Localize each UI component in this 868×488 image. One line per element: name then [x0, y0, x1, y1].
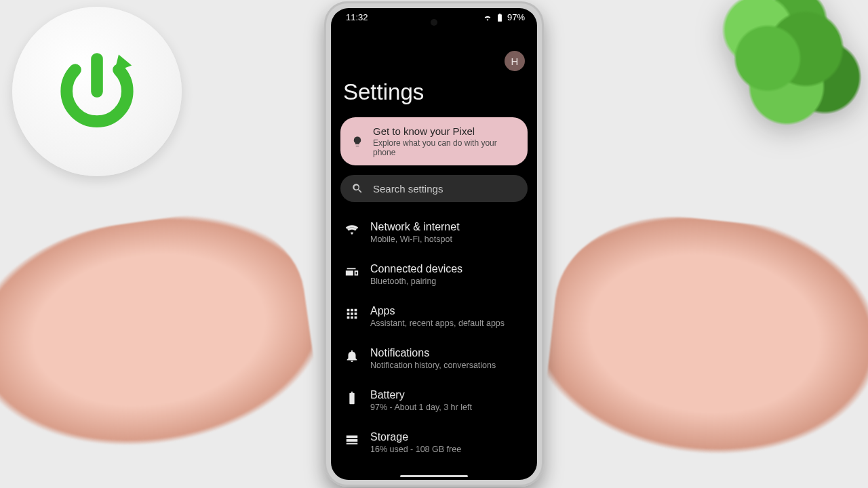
item-notifications[interactable]: Notifications Notification history, conv…: [334, 338, 534, 380]
front-camera-hole: [431, 19, 437, 26]
left-hand: [0, 201, 329, 488]
devices-icon: [344, 264, 359, 279]
item-apps[interactable]: Apps Assistant, recent apps, default app…: [334, 296, 534, 338]
wifi-icon: [344, 222, 359, 237]
profile-avatar[interactable]: H: [505, 51, 525, 71]
promo-subtitle: Explore what you can do with your phone: [373, 138, 517, 157]
item-connected-devices[interactable]: Connected devices Bluetooth, pairing: [334, 253, 534, 296]
phone-screen: 11:32 97% H Settings Get to know your Pi…: [331, 8, 537, 480]
wifi-icon: [483, 13, 492, 22]
bell-icon: [344, 348, 359, 363]
battery-icon: [495, 13, 505, 22]
search-icon: [351, 182, 363, 195]
item-battery[interactable]: Battery 97% - About 1 day, 3 hr left: [334, 380, 534, 422]
item-subtitle: Mobile, Wi-Fi, hotspot: [370, 235, 460, 244]
item-subtitle: 97% - About 1 day, 3 hr left: [370, 403, 472, 412]
table-logo-disc: [12, 7, 182, 176]
search-settings[interactable]: Search settings: [340, 175, 528, 202]
succulent-plant: [692, 0, 868, 163]
item-title: Notifications: [370, 347, 496, 359]
item-title: Apps: [370, 305, 505, 317]
item-title: Storage: [370, 431, 461, 443]
item-network-internet[interactable]: Network & internet Mobile, Wi-Fi, hotspo…: [334, 211, 534, 253]
item-title: Battery: [370, 389, 472, 401]
item-subtitle: 16% used - 108 GB free: [370, 445, 461, 454]
item-title: Connected devices: [370, 263, 462, 275]
status-right: 97%: [483, 12, 525, 22]
promo-card-get-to-know-pixel[interactable]: Get to know your Pixel Explore what you …: [340, 117, 528, 165]
apps-grid-icon: [344, 306, 359, 321]
header-row: H: [331, 24, 537, 71]
storage-icon: [344, 432, 359, 447]
item-subtitle: Notification history, conversations: [370, 361, 496, 370]
battery-icon: [344, 390, 359, 405]
search-placeholder: Search settings: [373, 183, 443, 195]
promo-title: Get to know your Pixel: [373, 125, 517, 137]
item-subtitle: Bluetooth, pairing: [370, 277, 462, 286]
status-battery-pct: 97%: [507, 12, 525, 22]
phone-frame: 11:32 97% H Settings Get to know your Pi…: [324, 1, 544, 487]
status-time: 11:32: [346, 12, 368, 22]
page-title: Settings: [331, 71, 537, 117]
lightbulb-icon: [351, 136, 363, 148]
power-refresh-icon: [43, 37, 151, 146]
right-hand: [536, 205, 868, 488]
settings-list: Network & internet Mobile, Wi-Fi, hotspo…: [331, 209, 537, 464]
item-subtitle: Assistant, recent apps, default apps: [370, 319, 505, 328]
item-title: Network & internet: [370, 221, 460, 233]
gesture-home-indicator[interactable]: [400, 475, 468, 477]
item-storage[interactable]: Storage 16% used - 108 GB free: [334, 422, 534, 464]
